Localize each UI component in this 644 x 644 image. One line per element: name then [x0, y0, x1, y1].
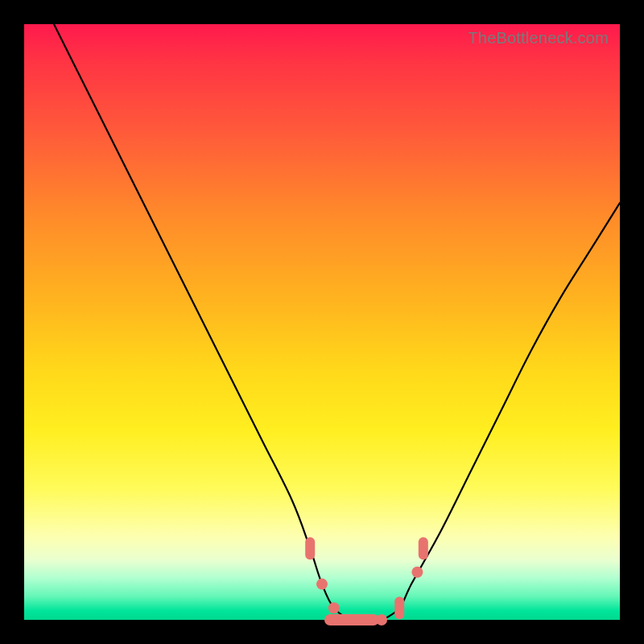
- curve-marker-dot: [376, 614, 387, 625]
- curve-marker-pill: [419, 537, 428, 559]
- curve-marker-dot: [328, 602, 340, 613]
- curve-marker-dot: [316, 579, 328, 590]
- curve-line: [54, 24, 620, 621]
- curve-marker-pill-long: [324, 614, 379, 625]
- plot-area: TheBottleneck.com: [24, 24, 620, 620]
- curve-marker-dot: [411, 567, 423, 578]
- curve-markers: [305, 537, 428, 625]
- chart-frame: TheBottleneck.com: [0, 0, 644, 644]
- curve-marker-pill: [305, 537, 315, 559]
- bottleneck-curve: [24, 24, 620, 620]
- curve-marker-pill: [394, 597, 404, 619]
